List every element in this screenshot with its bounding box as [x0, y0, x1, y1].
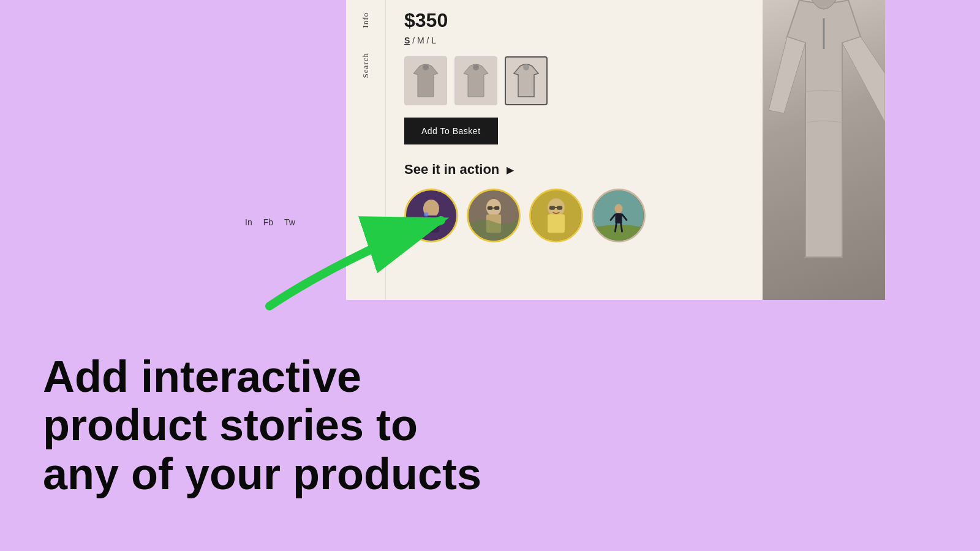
size-selector[interactable]: S / M / L	[404, 36, 744, 45]
play-icon[interactable]: ▶	[507, 164, 514, 176]
product-image-right	[763, 0, 885, 300]
see-in-action-row: See it in action ▶	[404, 162, 744, 178]
svg-rect-11	[488, 206, 492, 210]
size-m[interactable]: M	[417, 36, 424, 45]
svg-point-3	[523, 64, 529, 70]
svg-line-27	[621, 223, 622, 231]
avatar-face-3	[531, 190, 581, 241]
svg-rect-16	[548, 214, 565, 233]
avatar-face-4	[594, 190, 644, 241]
product-price: $350	[404, 9, 744, 32]
svg-point-1	[423, 64, 429, 70]
top-section: In Fb Tw Info Search	[0, 0, 980, 300]
story-avatar-3[interactable]	[529, 189, 583, 242]
svg-rect-12	[494, 206, 499, 210]
svg-point-22	[614, 204, 622, 213]
add-to-basket-button[interactable]: Add To Basket	[404, 118, 498, 144]
see-in-action-label[interactable]: See it in action	[404, 162, 499, 178]
jacket-image	[763, 0, 885, 300]
size-separator: /	[412, 36, 417, 45]
bottom-section: Add interactive product stories to any o…	[0, 300, 980, 551]
svg-rect-17	[549, 206, 555, 210]
thumbnail-3[interactable]	[505, 56, 548, 105]
sidebar-info[interactable]: Info	[361, 12, 371, 28]
thumbnail-2[interactable]	[454, 56, 497, 105]
svg-line-26	[615, 223, 616, 231]
svg-rect-23	[615, 213, 622, 223]
headline-line3: any of your products	[43, 449, 481, 498]
headline-line2: product stories to	[43, 400, 418, 449]
size-s[interactable]: S	[404, 36, 410, 45]
svg-rect-18	[557, 206, 562, 210]
size-l[interactable]: L	[431, 36, 436, 45]
story-avatar-4[interactable]	[592, 189, 646, 242]
thumbnail-1[interactable]	[404, 56, 447, 105]
svg-point-2	[473, 64, 479, 70]
page-wrapper: In Fb Tw Info Search	[0, 0, 980, 551]
headline-line1: Add interactive	[43, 352, 361, 401]
sidebar-search[interactable]: Search	[361, 53, 371, 78]
headline-text: Add interactive product stories to any o…	[43, 353, 481, 498]
thumbnails-row	[404, 56, 744, 105]
story-avatar-2[interactable]	[467, 189, 521, 242]
green-arrow	[233, 184, 466, 318]
avatar-face-2	[469, 190, 519, 241]
